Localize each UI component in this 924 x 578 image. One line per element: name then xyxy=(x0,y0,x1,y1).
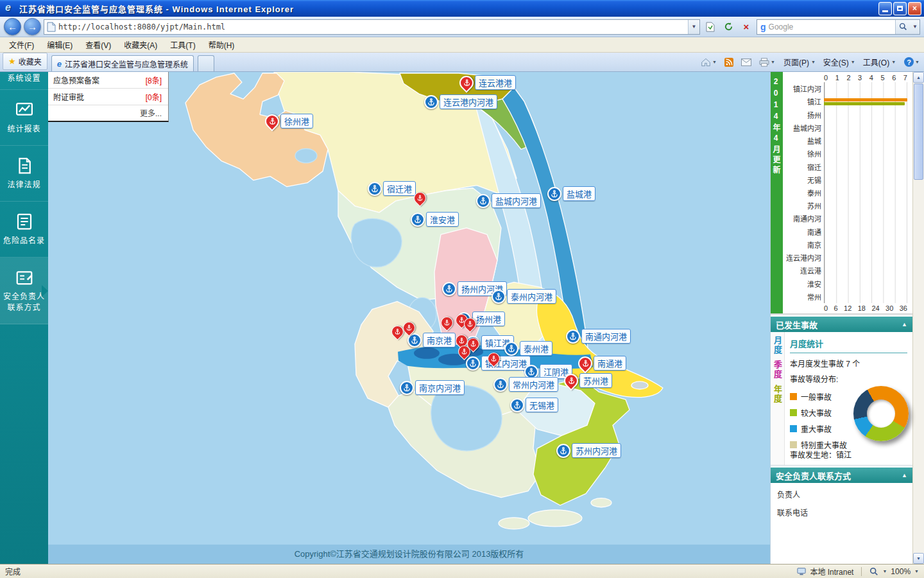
chart-row: 连云港内河 xyxy=(783,251,907,264)
incident-pin-icon[interactable] xyxy=(488,353,501,365)
port-marker[interactable]: 淮安港 xyxy=(411,212,459,227)
tab-季度[interactable]: 季度 xyxy=(771,360,783,380)
menu-item[interactable]: 编辑(E) xyxy=(40,37,79,52)
url-input[interactable] xyxy=(58,22,688,31)
quick-row-count: [0条] xyxy=(146,91,162,102)
sidebar-item-label: 法律法规 xyxy=(7,180,40,191)
chart-panel: 2014年4月更新 01234567 镇江内河镇江扬州盐城内河盐城徐州宿迁无锡泰… xyxy=(771,72,912,315)
port-marker[interactable]: 徐州港 xyxy=(265,114,313,128)
favorites-button[interactable]: ★ 收藏夹 xyxy=(3,53,47,70)
zoom-icon[interactable] xyxy=(869,567,878,576)
port-marker[interactable]: 盐城港 xyxy=(547,186,595,201)
port-marker[interactable]: 盐城内河港 xyxy=(476,193,541,208)
print-icon[interactable]: ▼ xyxy=(757,57,777,68)
chart-axis-top: 01234567 xyxy=(824,73,907,82)
close-button[interactable]: × xyxy=(908,2,921,15)
legend-swatch xyxy=(790,441,797,448)
menu-item[interactable]: 收藏夹(A) xyxy=(117,37,164,52)
compatibility-view-button[interactable] xyxy=(703,19,718,35)
sidebar-item-危险品名录[interactable]: 危险品名录 xyxy=(0,202,48,258)
collapse-up-icon[interactable]: ▲ xyxy=(902,472,907,478)
search-box[interactable]: g ▼ xyxy=(757,19,920,35)
chart-track xyxy=(824,186,907,199)
port-marker[interactable]: 南京港 xyxy=(407,333,456,347)
zoom-level[interactable]: 100% xyxy=(891,567,911,576)
refresh-button[interactable] xyxy=(721,19,736,35)
incident-pin-icon[interactable] xyxy=(403,322,416,335)
home-icon[interactable]: ▼ xyxy=(699,57,719,68)
axis-tick-label: 1 xyxy=(835,74,839,82)
port-marker[interactable]: 苏州港 xyxy=(564,373,612,388)
sidebar-item-统计报表[interactable]: 统计报表 xyxy=(0,90,48,146)
toolbar-button[interactable]: 安全(S)▼ xyxy=(821,55,858,69)
port-marker[interactable]: 宿迁港 xyxy=(368,181,416,196)
toolbar-button[interactable]: 工具(O)▼ xyxy=(860,55,898,69)
port-label: 徐州港 xyxy=(280,114,313,128)
minimize-button[interactable] xyxy=(878,2,892,15)
accident-tabs: 月度季度年度 xyxy=(771,332,785,465)
chart-category-label: 扬州 xyxy=(783,110,824,120)
quick-panel-row[interactable]: 应急预案备案[8条] xyxy=(48,72,168,89)
copyright-bar: Copyright©江苏省交通规划设计院股份有限公司 2013版权所有 xyxy=(48,545,770,564)
scrollbar-thumb[interactable] xyxy=(914,83,923,180)
port-marker[interactable]: 南通内河港 xyxy=(566,329,631,344)
port-marker[interactable]: 泰州港 xyxy=(504,341,552,356)
quick-panel-row[interactable]: 附证审批[0条] xyxy=(48,89,168,105)
title-bar[interactable]: e 江苏省港口安全监管与应急管理系统 - Windows Internet Ex… xyxy=(0,0,924,17)
back-button[interactable]: ← xyxy=(4,18,21,35)
contact-panel-header[interactable]: 安全负责人联系方式 ▲ xyxy=(771,468,912,483)
map-area[interactable]: 连云港港连云港内河港徐州港宿迁港淮安港盐城内河港盐城港扬州内河港泰州内河港扬州港… xyxy=(48,72,770,564)
mail-icon[interactable] xyxy=(739,57,753,67)
sidebar-item-安全负责人联系方式[interactable]: 安全负责人 联系方式 xyxy=(0,258,48,324)
port-marker[interactable]: 连云港港 xyxy=(459,75,516,90)
more-link[interactable]: 更多... xyxy=(48,105,168,121)
search-dropdown[interactable]: ▼ xyxy=(911,20,920,34)
port-marker[interactable]: 连云港内河港 xyxy=(424,94,497,109)
new-tab-stub[interactable] xyxy=(198,55,214,71)
sidebar-item-法律法规[interactable]: 法律法规 xyxy=(0,146,48,202)
accident-panel-header[interactable]: 已发生事故 ▲ xyxy=(771,317,912,332)
tab-年度[interactable]: 年度 xyxy=(771,385,783,404)
port-label: 淮安港 xyxy=(426,212,459,227)
search-input[interactable] xyxy=(769,22,895,31)
chart-row: 南京 xyxy=(783,238,907,251)
stop-button[interactable]: × xyxy=(739,19,754,35)
port-marker[interactable]: 常州内河港 xyxy=(493,377,558,392)
maximize-button[interactable] xyxy=(893,2,907,15)
port-marker[interactable]: 苏州内河港 xyxy=(556,443,621,458)
port-marker[interactable]: 无锡港 xyxy=(510,398,558,412)
incident-pin-icon[interactable] xyxy=(458,346,471,358)
port-marker[interactable]: 泰州内河港 xyxy=(492,289,556,304)
section-title: 月度统计 xyxy=(790,336,907,353)
incident-anchor-icon xyxy=(456,73,476,92)
rss-icon[interactable] xyxy=(723,57,735,68)
chart-row: 苏州 xyxy=(783,199,907,212)
browser-tab[interactable]: e 江苏省港口安全监管与应急管理系统 xyxy=(51,55,194,71)
menu-item[interactable]: 文件(F) xyxy=(3,37,40,52)
forward-button[interactable]: → xyxy=(24,18,41,35)
vertical-scrollbar[interactable]: ▲ ▼ xyxy=(912,72,924,564)
chart-track xyxy=(824,108,907,121)
sidebar-item-系统设置[interactable]: 系统设置 xyxy=(0,72,48,90)
search-button[interactable] xyxy=(895,20,911,34)
port-label: 南通港 xyxy=(594,356,626,371)
hazard-list-icon xyxy=(15,212,34,231)
scroll-up-button[interactable]: ▲ xyxy=(913,72,924,83)
help-icon[interactable]: ?▼ xyxy=(902,56,921,68)
chart-category-label: 南通 xyxy=(783,227,824,237)
collapse-up-icon[interactable]: ▲ xyxy=(902,321,907,328)
port-marker[interactable]: 南通港 xyxy=(578,356,626,371)
port-marker[interactable]: 南京内河港 xyxy=(400,380,465,395)
tab-月度[interactable]: 月度 xyxy=(771,336,783,355)
menu-item[interactable]: 帮助(H) xyxy=(202,37,241,52)
incident-pin-icon[interactable] xyxy=(441,317,454,329)
incident-pin-icon[interactable] xyxy=(414,192,427,205)
port-label: 苏州内河港 xyxy=(572,443,621,458)
address-dropdown-button[interactable]: ▼ xyxy=(688,20,699,34)
address-field[interactable]: ▼ xyxy=(44,19,700,35)
menu-item[interactable]: 工具(T) xyxy=(164,37,201,52)
incident-pin-icon[interactable] xyxy=(464,318,477,331)
toolbar-button[interactable]: 页面(P)▼ xyxy=(781,55,818,69)
menu-item[interactable]: 查看(V) xyxy=(79,37,117,52)
scroll-down-button[interactable]: ▼ xyxy=(913,553,924,564)
